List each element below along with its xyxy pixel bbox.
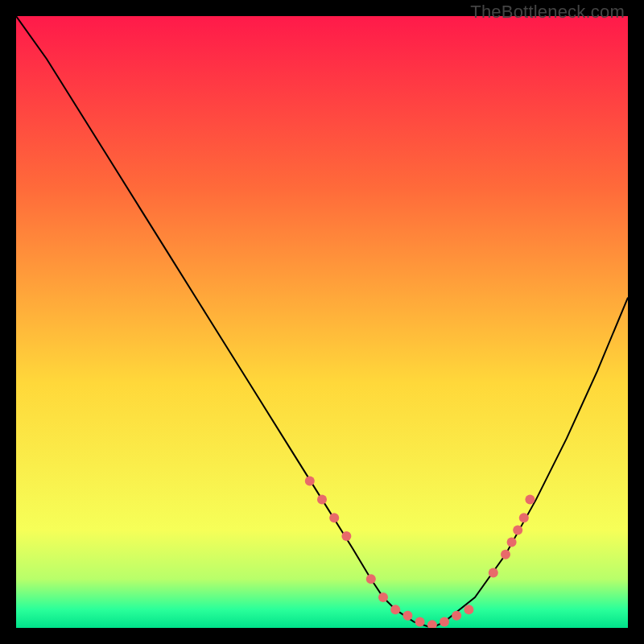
plot-area — [16, 16, 628, 628]
highlight-dot — [452, 611, 461, 621]
bottleneck-curve — [16, 16, 628, 628]
highlight-dot — [519, 513, 529, 522]
highlight-dots — [305, 477, 535, 628]
highlight-dot — [378, 592, 388, 602]
watermark-text: TheBottleneck.com — [470, 2, 625, 23]
highlight-dot — [366, 574, 376, 584]
chart-frame: TheBottleneck.com — [0, 0, 644, 644]
highlight-dot — [402, 611, 412, 621]
highlight-dot — [507, 538, 517, 547]
highlight-dot — [427, 620, 437, 628]
highlight-dot — [501, 550, 510, 559]
highlight-dot — [489, 568, 498, 578]
curve-layer — [16, 16, 628, 628]
highlight-dot — [329, 513, 339, 522]
highlight-dot — [390, 605, 400, 614]
highlight-dot — [341, 531, 351, 541]
highlight-dot — [415, 617, 425, 626]
highlight-dot — [464, 605, 473, 614]
highlight-dot — [440, 617, 449, 626]
highlight-dot — [317, 494, 327, 504]
highlight-dot — [305, 477, 315, 486]
highlight-dot — [513, 525, 522, 535]
highlight-dot — [525, 494, 535, 504]
